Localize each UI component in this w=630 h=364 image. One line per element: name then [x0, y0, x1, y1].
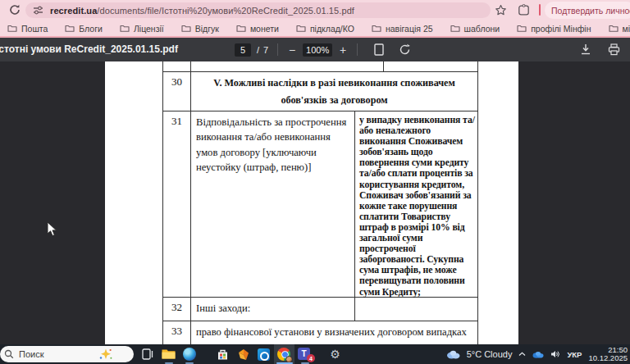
bookmarks-bar: Пошта Блоги Ліцензії Відгук монети підкл…: [0, 20, 630, 36]
page-count: /7: [257, 45, 268, 55]
tray-date: 10.12.2025: [588, 354, 628, 362]
settings-button[interactable]: ⚙: [325, 344, 345, 364]
row-number: 33: [163, 321, 191, 344]
row-30-title: V. Можливі наслідки в разі невиконання с…: [191, 72, 477, 111]
row-32-left-cell: Інші заходи:: [191, 298, 355, 321]
row-number: 30: [163, 72, 191, 111]
system-tray: 5°C Cloudy УКР 21:50 10.12.2025: [446, 344, 628, 364]
tray-chevron-icon[interactable]: [518, 352, 526, 357]
store-button[interactable]: [212, 344, 233, 364]
folder-icon: [120, 24, 130, 33]
folder-icon: [372, 24, 381, 33]
download-icon[interactable]: [580, 43, 591, 56]
toolbar-divider: [277, 43, 278, 56]
weather-cloud-icon: [446, 349, 460, 359]
onedrive-icon[interactable]: [532, 351, 544, 358]
search-icon: [4, 349, 14, 359]
row-33-cell: право фінансової установи у визначених д…: [191, 321, 477, 344]
edge-button[interactable]: [179, 344, 199, 364]
pdf-toolbar-center: 5 /7 − 100% +: [235, 38, 418, 61]
teams-button[interactable]: T 4: [294, 344, 315, 364]
taskbar: Поиск: [0, 344, 630, 364]
folder-icon: [65, 24, 75, 33]
document-table: 30 V. Можливі наслідки в разі невиконанн…: [162, 61, 478, 344]
search-placeholder: Поиск: [19, 349, 43, 359]
file-explorer-button[interactable]: [158, 344, 179, 364]
profile-divider: [539, 4, 541, 16]
pdf-content-area[interactable]: 30 V. Можливі наслідки в разі невиконанн…: [0, 61, 630, 344]
notification-badge: 4: [307, 354, 315, 362]
task-view-button[interactable]: [138, 344, 158, 364]
screen: recredit.ua/documents/file/Істотні%20умо…: [0, 0, 630, 364]
chrome-button[interactable]: [274, 344, 294, 364]
side-panel-icon[interactable]: [518, 4, 530, 16]
outlook-button[interactable]: [253, 344, 274, 364]
row-31-right-cell: у випадку невиконання та/або неналежного…: [355, 111, 477, 297]
clock[interactable]: 21:50 10.12.2025: [588, 346, 628, 362]
pdf-filename: Істотні умови ReCredit_2025.01.15.pdf: [0, 38, 209, 61]
folder-icon: [181, 24, 191, 33]
table-row-33: 33 право фінансової установи у визначени…: [162, 321, 478, 344]
row-number: 31: [163, 111, 191, 297]
speaker-icon[interactable]: [550, 350, 560, 358]
pdf-page: 30 V. Можливі наслідки в разі невиконанн…: [105, 61, 518, 344]
gear-icon: ⚙: [330, 348, 340, 360]
zoom-out-button[interactable]: −: [287, 43, 297, 57]
bookmark-item-pidklad[interactable]: підклад/КО: [296, 24, 354, 34]
folder-icon: [609, 24, 619, 33]
taskbar-apps: T 4 ⚙: [138, 344, 345, 364]
print-icon[interactable]: [608, 43, 620, 56]
task-view-icon: [142, 348, 154, 360]
pdf-toolbar-right: [580, 38, 620, 61]
store-icon: [217, 348, 229, 361]
language-indicator[interactable]: УКР: [567, 350, 582, 359]
taskbar-search[interactable]: Поиск: [0, 346, 134, 362]
folder-icon: [450, 24, 460, 33]
row-31-left-cell: Відповідальність за прострочення виконан…: [191, 111, 355, 297]
zoom-in-button[interactable]: +: [338, 43, 348, 57]
folder-icon: [296, 24, 306, 33]
edge-icon: [183, 348, 196, 361]
url-bar[interactable]: recredit.ua/documents/file/Істотні%20умо…: [25, 2, 491, 18]
toolbar-divider: [357, 43, 358, 56]
bookmark-item-profili[interactable]: профілі Мінфін: [517, 24, 591, 34]
table-row-fragment: [162, 61, 478, 71]
outlook-icon: [258, 348, 270, 361]
url-path: /documents/file/Істотні%20умови%20ReCred…: [97, 6, 354, 16]
identity-button[interactable]: Подтвердить личность: [545, 2, 630, 19]
browser-address-bar: recredit.ua/documents/file/Істотні%20умо…: [0, 0, 630, 20]
folder-icon: [7, 24, 17, 33]
orange-app-button[interactable]: [233, 344, 253, 364]
site-settings-icon[interactable]: [33, 5, 43, 16]
bookmark-item-shablony[interactable]: шаблони: [450, 24, 500, 34]
page-number-input[interactable]: 5: [235, 43, 251, 57]
table-row-32: 32 Інші заходи:: [162, 298, 478, 321]
folder-icon: [236, 24, 246, 33]
row-32-right-cell: [355, 298, 477, 321]
zoom-level[interactable]: 100%: [303, 43, 332, 57]
rotate-icon[interactable]: [399, 43, 411, 56]
url-text: recredit.ua/documents/file/Істотні%20умо…: [50, 6, 354, 16]
bookmark-item-monety[interactable]: монети: [236, 24, 279, 34]
bookmark-item-mitky[interactable]: мітки: [609, 24, 630, 34]
bookmark-item-vidhuk[interactable]: Відгук: [181, 24, 219, 34]
identity-label: Подтвердить личность: [551, 6, 630, 16]
url-domain: recredit.ua: [50, 6, 97, 16]
bookmark-item-navihacia[interactable]: навігація 25: [372, 24, 433, 34]
weather-label[interactable]: 5°C Cloudy: [467, 349, 513, 359]
bookmark-item-licenzii[interactable]: Ліцензії: [120, 24, 164, 34]
pdf-toolbar: Істотні умови ReCredit_2025.01.15.pdf 5 …: [0, 38, 630, 61]
fit-page-icon[interactable]: [374, 43, 384, 56]
folder-icon: [517, 24, 527, 33]
bookmark-item-blogy[interactable]: Блоги: [65, 24, 103, 34]
search-highlights-icon: [99, 348, 112, 360]
orange-app-icon: [237, 348, 250, 361]
row-number: 32: [163, 298, 191, 321]
reload-icon[interactable]: [8, 3, 21, 16]
file-explorer-icon: [162, 348, 176, 360]
bookmark-star-icon[interactable]: [495, 4, 507, 16]
mouse-cursor: [47, 221, 57, 237]
table-row-30: 30 V. Можливі наслідки в разі невиконанн…: [162, 71, 478, 111]
bookmark-item-poshta[interactable]: Пошта: [7, 24, 48, 34]
table-row-31: 31 Відповідальність за прострочення вико…: [162, 111, 478, 298]
